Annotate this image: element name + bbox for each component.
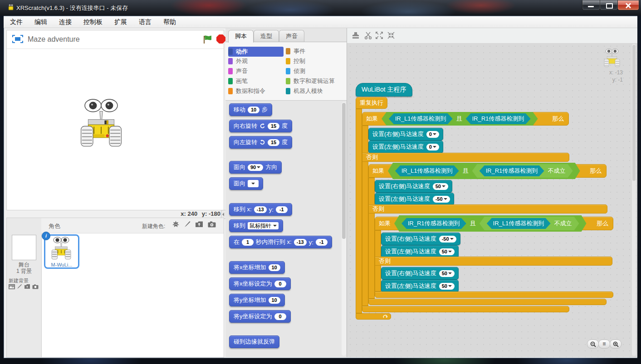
sensor-ir-l1[interactable]: IR_L1传感器检测到: [487, 218, 551, 229]
tab-scripts[interactable]: 脚本: [228, 30, 254, 43]
shrink-icon[interactable]: [387, 31, 395, 39]
category-looks[interactable]: 外观: [228, 57, 248, 66]
menu-language[interactable]: 语言: [139, 18, 152, 26]
category-control[interactable]: 控制: [286, 57, 305, 66]
not-operator[interactable]: IR_L1传感器检测到 不成立: [480, 217, 579, 230]
y-input[interactable]: -1: [316, 239, 328, 246]
speed-dropdown[interactable]: -50: [439, 236, 456, 243]
fullscreen-icon[interactable]: [12, 35, 23, 43]
upload-icon[interactable]: [24, 284, 30, 289]
script-scrollbar-thumb[interactable]: [632, 45, 636, 181]
paintbrush-icon[interactable]: [17, 284, 22, 289]
if-block-2-header[interactable]: 如果 IR_L1传感器检测到 且 IR_R1传感器检测到 不成立 那么: [368, 164, 607, 178]
sensor-ir-r1[interactable]: IR_R1传感器检测到: [466, 113, 531, 124]
speed-dropdown[interactable]: 50: [439, 248, 455, 255]
palette-block-change-y[interactable]: 将y坐标增加10: [229, 294, 285, 306]
category-data[interactable]: 数据和指令: [228, 87, 265, 96]
goto-target-dropdown[interactable]: 鼠标指针: [248, 222, 279, 229]
sensor-ir-r1[interactable]: IR_R1传感器检测到: [401, 218, 466, 229]
set-left-motor-block[interactable]: 设置(左侧)马达速度 50: [381, 245, 459, 258]
not-operator[interactable]: IR_R1传感器检测到 不成立: [472, 164, 573, 178]
x-input[interactable]: -13: [254, 206, 267, 213]
camera-icon[interactable]: [32, 284, 39, 289]
close-button[interactable]: [617, 0, 639, 10]
speed-dropdown[interactable]: 50: [439, 270, 455, 277]
if-block-1-else-bar[interactable]: 否则: [362, 153, 569, 162]
dy-input[interactable]: 10: [269, 297, 280, 304]
set-right-motor-block[interactable]: 设置(右侧)马达速度 50: [381, 267, 459, 280]
stop-icon[interactable]: [216, 34, 225, 44]
stage-thumbnail[interactable]: [12, 235, 36, 260]
grow-icon[interactable]: [375, 31, 383, 39]
scissors-icon[interactable]: [364, 31, 372, 39]
if-block-3-header[interactable]: 如果 IR_R1传感器检测到 且 IR_L1传感器检测到 不成立 那么: [375, 217, 613, 230]
palette-block-change-x[interactable]: 将x坐标增加10: [229, 261, 285, 274]
set-left-motor-block[interactable]: 设置(左侧)马达速度 50: [381, 280, 459, 292]
target-dropdown[interactable]: [248, 180, 259, 187]
script-canvas[interactable]: WuLiBot 主程序 重复执行 如果 IR_L1传感器检测到 且 IR_R1传…: [347, 43, 637, 357]
palette-block-turn-left[interactable]: 向左旋转 15度: [229, 136, 292, 149]
tab-sounds[interactable]: 声音: [279, 30, 304, 42]
palette-block-turn-right[interactable]: 向右旋转 15度: [229, 120, 292, 132]
hat-block-main-program[interactable]: WuLiBot 主程序: [356, 83, 412, 97]
camera-icon[interactable]: [208, 221, 216, 228]
category-operators[interactable]: 数字和逻辑运算: [286, 77, 335, 86]
menu-connect[interactable]: 连接: [59, 18, 72, 26]
palette-block-move[interactable]: 移动10步: [229, 103, 272, 116]
if-block-2-arm[interactable]: [368, 178, 375, 299]
speed-dropdown[interactable]: 50: [433, 183, 448, 190]
palette-block-set-x[interactable]: 将x坐标设定为0: [229, 277, 291, 290]
y-input[interactable]: -1: [276, 206, 288, 213]
palette-block-point-direction[interactable]: 面向 90 方向: [229, 161, 282, 174]
category-events[interactable]: 事件: [286, 47, 305, 56]
sensor-ir-r1[interactable]: IR_R1传感器检测到: [480, 165, 544, 176]
upload-icon[interactable]: [195, 221, 203, 228]
secs-input[interactable]: 1: [242, 239, 254, 246]
set-right-motor-block[interactable]: 设置(右侧)马达速度 50: [375, 180, 452, 193]
if-block-1-header[interactable]: 如果 IR_L1传感器检测到 且 IR_R1传感器检测到 那么: [362, 112, 569, 126]
and-operator[interactable]: IR_L1传感器检测到 且 IR_R1传感器检测到: [382, 112, 538, 126]
category-pen[interactable]: 画笔: [228, 77, 248, 86]
speed-dropdown[interactable]: 0: [426, 144, 439, 150]
if-block-2-end-bar[interactable]: [368, 299, 607, 305]
forever-block-arm[interactable]: [356, 109, 362, 313]
speed-dropdown[interactable]: 50: [439, 283, 455, 290]
paintbrush-icon[interactable]: [184, 221, 191, 228]
set-right-motor-block[interactable]: 设置(右侧)马达速度 0: [368, 128, 443, 141]
palette-scrollbar-thumb[interactable]: [342, 103, 346, 239]
set-right-motor-block[interactable]: 设置(右侧)马达速度 -50: [381, 233, 460, 245]
menu-extensions[interactable]: 扩展: [114, 18, 127, 26]
if-block-2-else-bar[interactable]: 否则: [368, 204, 607, 214]
x-input[interactable]: -13: [294, 239, 307, 246]
speed-dropdown[interactable]: 0: [426, 131, 439, 138]
stamp-icon[interactable]: [352, 31, 360, 39]
sensor-ir-l1[interactable]: IR_L1传感器检测到: [395, 165, 459, 176]
category-robot[interactable]: 机器人模块: [286, 87, 323, 96]
project-title[interactable]: Maze adventure: [28, 35, 80, 44]
sprite-tile-selected[interactable]: i M-WuLi...: [44, 234, 79, 269]
speed-dropdown[interactable]: -50: [433, 196, 450, 203]
sprite-info-badge[interactable]: i: [42, 232, 50, 240]
palette-block-glide[interactable]: 在1 秒内滑行到 x:-13 y:-1: [229, 236, 332, 248]
maximize-button[interactable]: [600, 0, 618, 10]
zoom-out-button[interactable]: [587, 340, 599, 349]
sensor-ir-l1[interactable]: IR_L1传感器检测到: [389, 113, 453, 124]
forever-block-footer[interactable]: [356, 313, 391, 320]
tab-costumes[interactable]: 造型: [254, 30, 279, 42]
category-sound[interactable]: 声音: [228, 67, 248, 76]
direction-dropdown[interactable]: 90: [248, 164, 263, 171]
zoom-in-button[interactable]: [610, 340, 621, 349]
menu-board[interactable]: 控制板: [83, 18, 103, 26]
palette-block-point-towards[interactable]: 面向: [229, 177, 263, 190]
steps-input[interactable]: 10: [248, 107, 259, 113]
stage-sprite-robot[interactable]: [79, 98, 123, 148]
degrees-input[interactable]: 15: [268, 123, 279, 130]
menu-file[interactable]: 文件: [10, 18, 23, 26]
palette-scrollbar[interactable]: [342, 102, 346, 356]
script-scrollbar[interactable]: [632, 44, 636, 356]
menu-edit[interactable]: 编辑: [34, 18, 47, 26]
if-block-1-end-bar[interactable]: [362, 306, 569, 312]
and-operator[interactable]: IR_L1传感器检测到 且 IR_R1传感器检测到 不成立: [388, 163, 580, 179]
if-block-3-end-bar[interactable]: [375, 291, 613, 298]
image-icon[interactable]: [9, 284, 15, 289]
